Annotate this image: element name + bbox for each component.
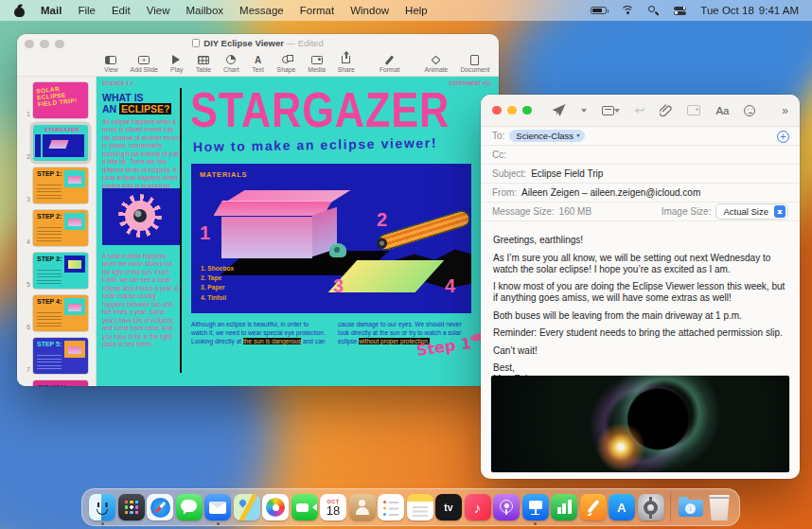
play-icon: [172, 55, 185, 64]
body-paragraph: Greetings, earthlings!: [493, 235, 787, 246]
dock-icon-reminders[interactable]: [378, 494, 404, 520]
window-title: DIY Eclipse Viewer — Edited: [17, 38, 499, 48]
eclipse-photo-attachment[interactable]: [491, 376, 789, 472]
menu-mailbox[interactable]: Mailbox: [185, 5, 223, 16]
dock-icon-mail[interactable]: [204, 494, 231, 520]
slide-thumbnail-4[interactable]: 4 STEP 2:: [21, 210, 96, 246]
toolbar-chart-button[interactable]: Chart: [223, 55, 239, 73]
dock-icon-messages[interactable]: [176, 494, 203, 520]
minimize-button[interactable]: [507, 106, 517, 115]
mail-toolbar[interactable]: ↩ Aa »: [481, 95, 800, 127]
emoji-button[interactable]: [736, 100, 763, 121]
toolbar-view-button[interactable]: View: [104, 55, 118, 73]
slide-thumbnail-5[interactable]: 5 STEP 3:: [21, 253, 96, 289]
document-proxy-icon[interactable]: [192, 39, 200, 47]
apple-menu-icon[interactable]: [13, 4, 25, 17]
dock-icon-downloads[interactable]: [678, 494, 704, 520]
from-field[interactable]: From: Aileen Zeigen – aileen.zeigen@iclo…: [481, 184, 800, 203]
image-size-dropdown[interactable]: Actual Size: [715, 203, 788, 220]
menu-format[interactable]: Format: [300, 5, 334, 16]
thumbnail-title-slide[interactable]: SOLAR ECLIPSE FIELD TRIP!: [33, 82, 88, 118]
dock-icon-contacts[interactable]: [349, 494, 376, 520]
toolbar-format-button[interactable]: Format: [380, 55, 400, 73]
menu-clock[interactable]: Tue Oct 189:41 AM: [700, 5, 799, 16]
keynote-title-bar[interactable]: DIY Eclipse Viewer — Edited: [17, 34, 499, 51]
dock-icon-safari[interactable]: [147, 494, 173, 520]
toolbar-animate-button[interactable]: Animate: [424, 55, 448, 73]
control-center-icon[interactable]: [674, 7, 686, 15]
menu-help[interactable]: Help: [405, 5, 428, 16]
dock-icon-photos[interactable]: [262, 494, 289, 520]
chevron-down-icon: [581, 109, 587, 115]
toolbar-shape-button[interactable]: Shape: [277, 55, 296, 73]
dock-icon-trash[interactable]: [706, 494, 733, 520]
toolbar-overflow-chevron[interactable]: »: [776, 104, 788, 117]
dock-icon-numbers[interactable]: [551, 494, 577, 520]
dock-icon-appstore[interactable]: A: [609, 494, 635, 520]
to-field[interactable]: To: Science-Class: [481, 127, 800, 146]
menu-app-name[interactable]: Mail: [41, 5, 62, 16]
dock-icon-tv[interactable]: tv: [435, 494, 462, 520]
menu-edit[interactable]: Edit: [112, 5, 131, 16]
body-paragraph: Reminder: Every student needs to bring t…: [493, 327, 787, 339]
dock-icon-pages[interactable]: [580, 494, 607, 520]
insert-photo-button[interactable]: [680, 100, 708, 121]
dock-icon-notes[interactable]: [407, 494, 433, 520]
thumbnail-step5-slide[interactable]: STEP 5:: [33, 338, 88, 374]
dock-icon-finder[interactable]: [89, 494, 115, 520]
status-date: Tue Oct 18: [700, 5, 753, 16]
toolbar-play-button[interactable]: Play: [170, 55, 184, 73]
cc-field[interactable]: Cc:: [481, 146, 800, 165]
toolbar-table-button[interactable]: Table: [196, 55, 211, 73]
save-draft-button[interactable]: [594, 100, 627, 121]
slide-thumbnail-6[interactable]: 6 STEP 4:: [21, 295, 96, 331]
slide-thumbnail-8[interactable]: DID YOU KNOW: [21, 380, 96, 386]
menu-window[interactable]: Window: [350, 5, 389, 16]
battery-icon[interactable]: [591, 7, 607, 15]
add-recipient-button[interactable]: [777, 131, 789, 143]
thumbnail-step3-slide[interactable]: STEP 3:: [33, 253, 88, 289]
slide-thumbnail-7[interactable]: 7 STEP 5:: [21, 338, 96, 374]
chevron-down-icon: [614, 109, 620, 115]
dock-icon-maps[interactable]: [234, 494, 260, 520]
slide-thumbnail-3[interactable]: 3 STEP 1:: [21, 168, 96, 203]
add-slide-icon: +: [138, 56, 150, 64]
toolbar-text-button[interactable]: AText: [252, 55, 265, 73]
slide-thumbnail-2-selected[interactable]: 2 STARGAZER: [21, 125, 96, 161]
message-size-row: Message Size: 160 MB Image Size: Actual …: [481, 203, 800, 221]
dock-icon-calendar[interactable]: OCT18: [320, 494, 346, 520]
dock-icon-keynote[interactable]: [522, 494, 549, 520]
slide-canvas[interactable]: SCIENCE 4.2 EXPERIMENT #11 WHAT IS AN EC…: [97, 77, 499, 386]
send-options-chevron[interactable]: [574, 100, 594, 121]
toolbar-add-slide-button[interactable]: +Add Slide: [131, 55, 158, 73]
window-controls: [492, 106, 532, 115]
dock-icon-launchpad[interactable]: [118, 494, 145, 520]
menu-view[interactable]: View: [147, 5, 170, 16]
menu-file[interactable]: File: [78, 5, 96, 16]
reply-button[interactable]: ↩: [627, 100, 653, 121]
zoom-button[interactable]: [522, 106, 532, 115]
wifi-icon[interactable]: [621, 6, 634, 15]
dock-icon-podcasts[interactable]: [493, 494, 520, 520]
attach-button[interactable]: [652, 100, 680, 121]
menu-message[interactable]: Message: [239, 5, 284, 16]
thumbnail-stargazer-slide[interactable]: STARGAZER: [33, 125, 88, 161]
close-button[interactable]: [492, 106, 502, 115]
dock-icon-settings[interactable]: [638, 494, 664, 520]
toolbar-media-button[interactable]: Media: [308, 55, 326, 73]
thumbnail-did-you-know-slide[interactable]: DID YOU KNOW: [33, 380, 88, 386]
recipient-token[interactable]: Science-Class: [509, 130, 585, 143]
toolbar-document-button[interactable]: Document: [460, 55, 489, 73]
format-aa-icon: Aa: [715, 105, 729, 116]
spotlight-search-icon[interactable]: [648, 6, 660, 16]
thumbnail-step1-slide[interactable]: STEP 1:: [33, 168, 88, 203]
dock-icon-music[interactable]: ♪: [465, 494, 491, 520]
toolbar-share-button[interactable]: Share: [338, 55, 355, 73]
thumbnail-step2-slide[interactable]: STEP 2:: [33, 210, 88, 246]
send-button[interactable]: [545, 100, 574, 121]
thumbnail-step4-slide[interactable]: STEP 4:: [33, 295, 88, 331]
slide-thumbnail-1[interactable]: 1 SOLAR ECLIPSE FIELD TRIP!: [21, 82, 96, 118]
subject-field[interactable]: Subject: Eclipse Field Trip: [481, 165, 800, 184]
dock-icon-facetime[interactable]: [291, 494, 318, 520]
format-button[interactable]: Aa: [708, 100, 736, 121]
